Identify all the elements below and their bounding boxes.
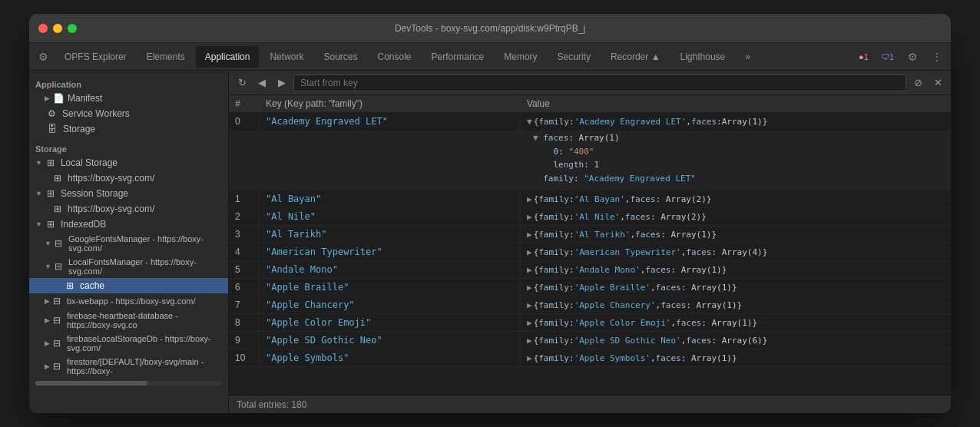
sidebar-item-local-storage-url[interactable]: ⊞ https://boxy-svg.com/ bbox=[29, 170, 228, 186]
th-key: Key (Key path: "family") bbox=[260, 95, 521, 112]
error-badge[interactable]: ●1 bbox=[854, 51, 873, 63]
cell-val-9: ▶{family: 'Apple SD Gothic Neo', faces: … bbox=[521, 332, 951, 349]
tab-lighthouse[interactable]: Lighthouse bbox=[671, 46, 735, 68]
table-row[interactable]: 10 "Apple Symbols" ▶{family: 'Apple Symb… bbox=[229, 349, 951, 367]
tab-sources[interactable]: Sources bbox=[314, 46, 366, 68]
more-icon[interactable]: ⋮ bbox=[926, 46, 948, 68]
cell-key-3: "Al Tarikh" bbox=[260, 226, 521, 243]
sidebar-item-firebase-local[interactable]: ▶ ⊟ firebaseLocalStorageDb - https://box… bbox=[29, 332, 228, 355]
table-row[interactable]: 3 "Al Tarikh" ▶{family: 'Al Tarikh', fac… bbox=[229, 226, 951, 243]
bx-db-icon: ⊟ bbox=[53, 296, 61, 306]
cell-num-7: 7 bbox=[229, 296, 260, 313]
cell-num-1: 1 bbox=[229, 190, 260, 207]
cache-table-icon: ⊞ bbox=[66, 280, 74, 291]
lf-db-icon: ⊟ bbox=[55, 261, 62, 272]
table-row[interactable]: 9 "Apple SD Gothic Neo" ▶{family: 'Apple… bbox=[229, 332, 951, 349]
table-row[interactable]: 6 "Apple Braille" ▶{family: 'Apple Brail… bbox=[229, 279, 951, 296]
sidebar-item-local-storage[interactable]: ▼ ⊞ Local Storage bbox=[29, 155, 228, 170]
expand-line-2: length: 1 bbox=[533, 158, 599, 172]
tab-application[interactable]: Application bbox=[196, 46, 260, 68]
local-storage-label: Local Storage bbox=[61, 157, 118, 168]
cell-key-6: "Apple Braille" bbox=[260, 279, 521, 296]
main-area: Application ▶ 📄 Manifest ⚙ Service Worke… bbox=[29, 71, 951, 413]
firebase-heartbeat-label: firebase-heartbeat-database - https://bo… bbox=[67, 311, 222, 329]
maximize-button[interactable] bbox=[68, 24, 77, 33]
tab-elements[interactable]: Elements bbox=[137, 46, 194, 68]
ss-arrow-icon: ▼ bbox=[35, 190, 42, 197]
sidebar-item-indexeddb[interactable]: ▼ ⊞ IndexedDB bbox=[29, 217, 228, 232]
window-title: DevTools - boxy-svg.com/app/disk:w9PtrqP… bbox=[395, 23, 585, 34]
gf-db-icon: ⊟ bbox=[55, 238, 62, 249]
cell-val-7: ▶{family: 'Apple Chancery', faces: Array… bbox=[521, 296, 951, 313]
sidebar-scrollbar-thumb bbox=[35, 381, 147, 386]
cell-num-8: 8 bbox=[229, 314, 260, 331]
cell-num-5: 5 bbox=[229, 261, 260, 278]
key-search-input[interactable] bbox=[293, 74, 906, 91]
expand-line-0: ▼ faces: Array(1) bbox=[533, 131, 620, 145]
ss-db-icon: ⊞ bbox=[47, 188, 55, 199]
cell-key-2: "Al Nile" bbox=[260, 208, 521, 225]
sidebar-item-service-workers[interactable]: ⚙ Service Workers bbox=[29, 106, 228, 121]
clear-button[interactable]: ⊘ bbox=[909, 74, 926, 91]
sidebar-item-google-fonts[interactable]: ▼ ⊟ GoogleFontsManager - https://boxy-sv… bbox=[29, 232, 228, 255]
cell-key-8: "Apple Color Emoji" bbox=[260, 314, 521, 331]
minimize-button[interactable] bbox=[53, 24, 62, 33]
th-value: Value bbox=[521, 95, 951, 112]
tab-security[interactable]: Security bbox=[548, 46, 600, 68]
sidebar-item-manifest[interactable]: ▶ 📄 Manifest bbox=[29, 91, 228, 106]
table-row[interactable]: 7 "Apple Chancery" ▶{family: 'Apple Chan… bbox=[229, 296, 951, 314]
local-storage-url: https://boxy-svg.com/ bbox=[68, 173, 154, 184]
sidebar-item-local-fonts[interactable]: ▼ ⊟ LocalFontsManager - https://boxy-svg… bbox=[29, 255, 228, 278]
table-row[interactable]: 2 "Al Nile" ▶{family: 'Al Nile', faces: … bbox=[229, 208, 951, 226]
sidebar-item-bx-webapp[interactable]: ▶ ⊟ bx-webapp - https://boxy-svg.com/ bbox=[29, 293, 228, 309]
table-row[interactable]: 5 "Andale Mono" ▶{family: 'Andale Mono',… bbox=[229, 261, 951, 279]
fh-arrow-icon: ▶ bbox=[45, 316, 50, 324]
cell-key-9: "Apple SD Gothic Neo" bbox=[260, 332, 521, 349]
content-panel: ↻ ◀ ▶ ⊘ ✕ # Key (Key path: "family") Val… bbox=[229, 71, 951, 413]
firestore-label: firestore/[DEFAULT]/boxy-svg/main - http… bbox=[67, 357, 222, 376]
table-row[interactable]: 1 "Al Bayan" ▶{family: 'Al Bayan', faces… bbox=[229, 190, 951, 208]
cell-key-1: "Al Bayan" bbox=[260, 190, 521, 207]
tab-more[interactable]: » bbox=[736, 46, 760, 68]
sidebar-item-session-storage[interactable]: ▼ ⊞ Session Storage bbox=[29, 186, 228, 201]
service-workers-label: Service Workers bbox=[62, 108, 130, 119]
sidebar-scrollbar[interactable] bbox=[35, 381, 222, 386]
settings-icon[interactable]: ⚙ bbox=[902, 46, 923, 68]
bx-webapp-label: bx-webapp - https://boxy-svg.com/ bbox=[67, 296, 196, 306]
tab-recorder[interactable]: Recorder ▲ bbox=[601, 46, 670, 68]
tab-performance[interactable]: Performance bbox=[422, 46, 494, 68]
cell-key-7: "Apple Chancery" bbox=[260, 296, 521, 313]
next-button[interactable]: ▶ bbox=[273, 74, 290, 91]
gear-icon: ⚙ bbox=[48, 108, 56, 119]
sidebar-item-storage[interactable]: 🗄 Storage bbox=[29, 121, 228, 137]
console-badge[interactable]: 🗨1 bbox=[876, 51, 899, 63]
sidebar-item-cache[interactable]: ⊞ cache bbox=[29, 278, 228, 293]
table-row[interactable]: 8 "Apple Color Emoji" ▶{family: 'Apple C… bbox=[229, 314, 951, 332]
cell-key-4: "American Typewriter" bbox=[260, 243, 521, 260]
table-row[interactable]: 0 "Academy Engraved LET" ▼ {family: 'Aca… bbox=[229, 113, 951, 130]
data-table: # Key (Key path: "family") Value 0 "Acad… bbox=[229, 95, 951, 395]
expand-line-3: family: "Academy Engraved LET" bbox=[533, 172, 696, 186]
tab-console[interactable]: Console bbox=[369, 46, 421, 68]
tab-opfs[interactable]: OPFS Explorer bbox=[55, 46, 136, 68]
tab-memory[interactable]: Memory bbox=[495, 46, 546, 68]
fh-db-icon: ⊟ bbox=[53, 315, 61, 326]
cell-key-10: "Apple Symbols" bbox=[260, 349, 521, 366]
cell-num-6: 6 bbox=[229, 279, 260, 296]
traffic-lights bbox=[38, 24, 77, 33]
close-button[interactable] bbox=[38, 24, 48, 33]
devtools-icon-btn[interactable]: ⚙ bbox=[32, 46, 54, 68]
indexeddb-label: IndexedDB bbox=[61, 219, 106, 230]
session-storage-label: Session Storage bbox=[61, 188, 128, 199]
tab-network[interactable]: Network bbox=[260, 46, 313, 68]
prev-button[interactable]: ◀ bbox=[253, 74, 270, 91]
table-row[interactable]: 4 "American Typewriter" ▶{family: 'Ameri… bbox=[229, 243, 951, 261]
sidebar-item-firebase-heartbeat[interactable]: ▶ ⊟ firebase-heartbeat-database - https:… bbox=[29, 309, 228, 332]
refresh-button[interactable]: ↻ bbox=[233, 74, 250, 91]
fl-db-icon: ⊟ bbox=[53, 338, 61, 349]
sidebar-item-session-storage-url[interactable]: ⊞ https://boxy-svg.com/ bbox=[29, 201, 228, 217]
close-button[interactable]: ✕ bbox=[929, 74, 946, 91]
sidebar-item-firestore[interactable]: ▶ ⊟ firestore/[DEFAULT]/boxy-svg/main - … bbox=[29, 355, 228, 378]
session-storage-url: https://boxy-svg.com/ bbox=[68, 204, 154, 214]
cell-val-8: ▶{family: 'Apple Color Emoji', faces: Ar… bbox=[521, 314, 951, 331]
